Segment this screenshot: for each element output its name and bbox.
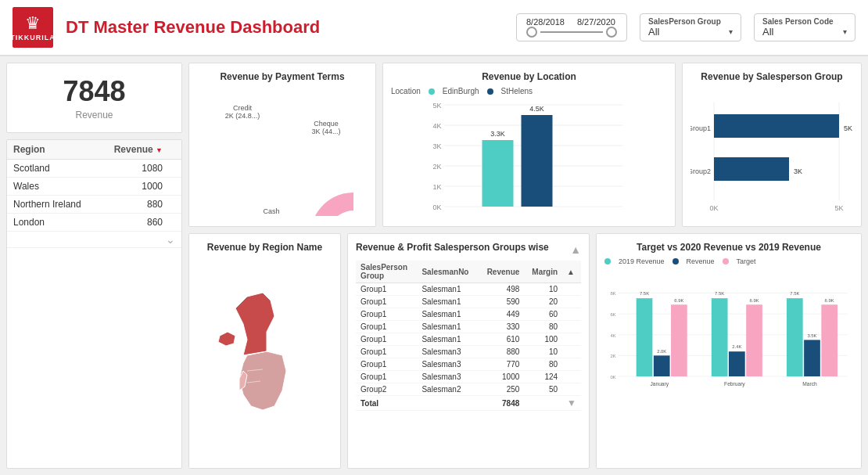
salesperson-title: Revenue by Salesperson Group [690, 71, 853, 82]
slider-handle-left[interactable] [526, 27, 537, 38]
svg-rect-62 [804, 340, 820, 376]
region-revenue: 860 [99, 214, 169, 232]
slider-handle-right[interactable] [606, 27, 617, 38]
svg-text:6.9K: 6.9K [674, 298, 683, 303]
dashboard: ♛ TIKKURILA DT Master Revenue Dashboard … [0, 0, 868, 475]
profit-table-row: Group1Salesman159020 [356, 296, 581, 308]
location-legend: Location EdinBurgh StHelens [391, 87, 667, 95]
profit-table-row: Group2Salesman225050 [356, 383, 581, 396]
row-scroll [562, 346, 581, 358]
profit-header-row: Revenue & Profit Salesperson Groups wise… [356, 242, 581, 257]
chevron-down-icon: ▾ [729, 27, 733, 36]
salesman-no: Salesman1 [417, 308, 478, 321]
svg-rect-27 [714, 114, 839, 138]
svg-text:2K: 2K [432, 163, 441, 171]
svg-text:6K: 6K [611, 312, 616, 317]
payment-terms-title: Revenue by Payment Terms [197, 71, 368, 82]
total-margin [524, 396, 562, 411]
svg-text:0K: 0K [432, 203, 441, 211]
sp-group: Group2 [356, 383, 417, 396]
map-panel: Revenue by Region Name [188, 233, 341, 469]
salesman-no: Salesman1 [417, 296, 478, 308]
svg-rect-19 [482, 140, 514, 207]
svg-text:2.4K: 2.4K [732, 344, 741, 349]
salesperson-chart: 0K 5K Group1 5K Group2 3K [690, 87, 855, 216]
scroll-cell [169, 214, 181, 232]
row-revenue: 498 [479, 283, 524, 296]
sp-group: Group1 [356, 283, 417, 296]
svg-rect-46 [637, 298, 653, 376]
profit-title: Revenue & Profit Salesperson Groups wise [356, 242, 549, 253]
sp-group: Group1 [356, 296, 417, 308]
sthelens-legend-dot [487, 88, 493, 95]
salesman-no: Salesman1 [417, 283, 478, 296]
svg-rect-21 [522, 115, 553, 207]
region-table-row: Scotland1080 [7, 160, 181, 178]
region-name: Scotland [7, 160, 99, 178]
sort-icon: ▼ [156, 146, 163, 154]
chevron-down-icon-2: ▾ [843, 27, 847, 36]
row-revenue: 1000 [479, 371, 524, 383]
row-scroll [562, 383, 581, 396]
row-margin: 50 [524, 383, 562, 396]
revenue-col-header-2: Revenue [479, 261, 524, 283]
scroll-indicator-profit[interactable]: ▼ [562, 396, 581, 411]
main-content: 7848 Revenue Region Revenue ▼ [0, 56, 868, 475]
svg-text:4K: 4K [432, 122, 441, 130]
row-margin: 80 [524, 321, 562, 333]
row-revenue: 880 [479, 346, 524, 358]
salesperson-group-filter[interactable]: SalesPerson Group All ▾ [640, 13, 741, 41]
sp-group-col-header: SalesPersonGroup [356, 261, 417, 283]
scroll-cell [169, 196, 181, 214]
salesman-no: Salesman3 [417, 358, 478, 371]
date-start: 8/28/2018 [526, 17, 565, 27]
row-margin: 10 [524, 283, 562, 296]
profit-table-row: Group1Salesman1610100 [356, 333, 581, 346]
date-range-control[interactable]: 8/28/2018 8/27/2020 [516, 13, 627, 41]
total-revenue: 7848 [479, 396, 524, 411]
map-title: Revenue by Region Name [197, 242, 332, 253]
scroll-up-button[interactable]: ▲ [570, 243, 581, 256]
svg-text:Cheque: Cheque [314, 120, 339, 128]
region-table-row: Wales1000 [7, 178, 181, 196]
salesman-no: Salesman1 [417, 321, 478, 333]
date-slider[interactable] [526, 27, 617, 38]
uk-map-svg [204, 285, 325, 434]
salesman-no: Salesman3 [417, 371, 478, 383]
row-scroll [562, 308, 581, 321]
svg-text:7.5K: 7.5K [640, 291, 649, 296]
sales-person-code-filter[interactable]: Sales Person Code All ▾ [754, 13, 855, 41]
svg-text:6.9K: 6.9K [749, 298, 759, 303]
svg-rect-30 [714, 157, 789, 181]
region-name: Northern Ireland [7, 196, 99, 214]
scroll-indicator[interactable]: ⌄ [7, 232, 181, 248]
svg-point-0 [250, 136, 300, 186]
legend-2019-dot [604, 258, 611, 264]
profit-table-row: Group1Salesman377080 [356, 358, 581, 371]
location-panel: Revenue by Location Location EdinBurgh S… [382, 63, 676, 227]
region-revenue: 1080 [99, 160, 169, 178]
row-scroll [562, 333, 581, 346]
sp-group: Group1 [356, 308, 417, 321]
legend-revenue-label: Revenue [687, 257, 715, 265]
legend-target-label: Target [737, 257, 756, 265]
salesperson-group-value: All [648, 26, 659, 38]
region-name: London [7, 214, 99, 232]
logo: ♛ TIKKURILA [13, 7, 53, 48]
svg-text:3.5K: 3.5K [807, 333, 816, 338]
svg-text:March: March [802, 381, 817, 387]
location-chart: 5K 4K 3K 2K 1K 0K [391, 99, 667, 220]
row-revenue: 590 [479, 296, 524, 308]
row-revenue: 449 [479, 308, 524, 321]
svg-rect-64 [821, 304, 838, 376]
svg-text:Group1: Group1 [690, 124, 711, 132]
profit-table: SalesPersonGroup SalesmanNo Revenue Marg… [356, 261, 581, 411]
region-name: Wales [7, 178, 99, 196]
payment-terms-panel: Revenue by Payment Terms [188, 63, 376, 227]
bottom-row: Revenue by Region Name [188, 233, 862, 469]
svg-text:0K: 0K [709, 204, 718, 212]
row-scroll [562, 321, 581, 333]
row-scroll [562, 283, 581, 296]
salesman-no: Salesman2 [417, 383, 478, 396]
sp-group: Group1 [356, 371, 417, 383]
